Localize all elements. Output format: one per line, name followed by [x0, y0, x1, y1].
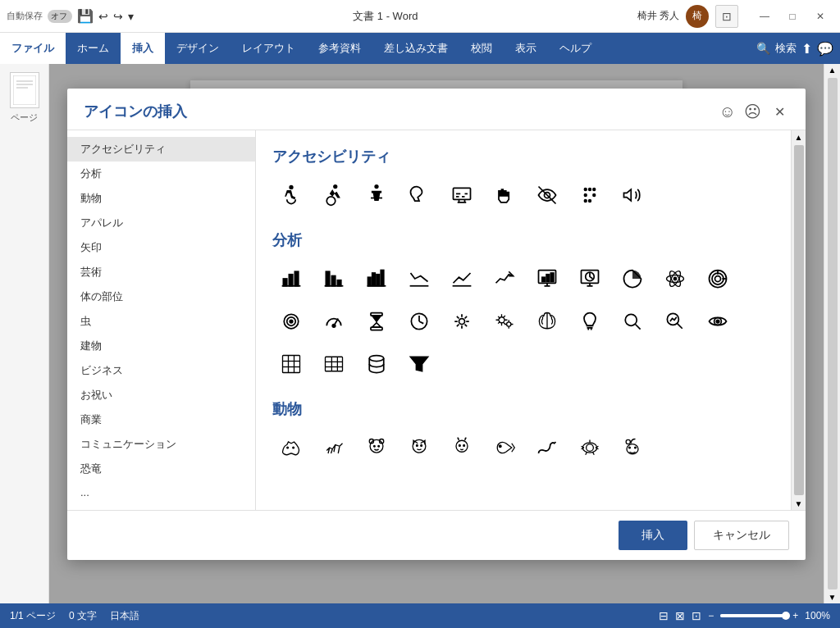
category-item-communication[interactable]: コミュニケーション [67, 432, 255, 457]
icon-gear[interactable] [443, 303, 481, 340]
auto-save-toggle[interactable]: オフ [48, 10, 72, 23]
icon-hourglass[interactable] [358, 303, 395, 340]
zoom-level[interactable]: 100% [805, 610, 830, 621]
category-item-more[interactable]: ... [67, 481, 255, 503]
tab-file[interactable]: ファイル [0, 33, 66, 64]
icon-snake[interactable] [528, 429, 566, 466]
icon-brain[interactable] [528, 303, 566, 340]
category-item-commerce[interactable]: 商業 [67, 407, 255, 432]
dialog-close-button[interactable]: ✕ [769, 102, 789, 121]
icon-line-chart-up[interactable] [443, 260, 481, 298]
icon-gears[interactable] [486, 303, 523, 340]
redo-icon[interactable]: ↪ [113, 10, 123, 23]
icon-database[interactable] [358, 345, 395, 383]
icon-wheelchair-active[interactable] [315, 176, 353, 214]
icon-bear[interactable] [358, 429, 395, 466]
scroll-thumb[interactable] [794, 145, 804, 495]
icon-presentation-chart[interactable] [528, 260, 566, 298]
tab-home[interactable]: ホーム [66, 33, 121, 64]
scroll-up-btn[interactable]: ▲ [792, 130, 806, 143]
main-scrollbar[interactable]: ▲ ▼ [824, 64, 840, 603]
main-scroll-thumb[interactable] [828, 78, 838, 589]
icon-lightbulb[interactable] [571, 303, 609, 340]
category-item-body[interactable]: 体の部位 [67, 284, 255, 309]
icon-grid-table[interactable] [315, 345, 353, 383]
tab-references[interactable]: 参考資料 [307, 33, 372, 64]
zoom-slider[interactable] [720, 614, 786, 617]
read-view-icon[interactable]: ⊠ [675, 609, 685, 622]
dialog-scrollbar[interactable]: ▲ ▼ [791, 130, 806, 510]
icon-line-chart-down[interactable] [400, 260, 438, 298]
icon-screen[interactable] [443, 176, 481, 214]
icon-bar-chart[interactable] [272, 260, 310, 298]
share-icon[interactable]: ⬆ [801, 41, 812, 57]
icon-cat[interactable] [400, 429, 438, 466]
comment-icon[interactable]: 💬 [817, 41, 833, 57]
undo-icon[interactable]: ↩ [98, 10, 108, 23]
icon-trend-chart[interactable] [486, 260, 523, 298]
category-item-celebration[interactable]: お祝い [67, 383, 255, 407]
tab-review[interactable]: 校閲 [459, 33, 504, 64]
icon-pie-chart[interactable] [614, 260, 651, 298]
icon-atom[interactable] [656, 260, 694, 298]
icon-braille[interactable] [571, 176, 609, 214]
category-item-business[interactable]: ビジネス [67, 358, 255, 383]
icon-target2[interactable] [272, 303, 310, 340]
icon-ear[interactable] [400, 176, 438, 214]
category-item-analytics[interactable]: 分析 [67, 162, 255, 186]
icon-bar-chart-mixed[interactable] [358, 260, 395, 298]
save-icon[interactable]: 💾 [77, 8, 94, 24]
zoom-minus[interactable]: − [708, 610, 714, 621]
category-item-bugs[interactable]: 虫 [67, 309, 255, 334]
cancel-button[interactable]: キャンセル [694, 521, 789, 550]
icon-wheelchair[interactable] [272, 176, 310, 214]
icon-dog[interactable] [272, 429, 310, 466]
quick-access-icon[interactable]: ▾ [128, 10, 134, 23]
minimize-button[interactable]: — [751, 5, 778, 28]
icon-eye-monitor[interactable] [699, 303, 737, 340]
category-item-accessibility[interactable]: アクセシビリティ [67, 137, 255, 162]
user-avatar[interactable]: 椅 [686, 5, 709, 28]
category-item-buildings[interactable]: 建物 [67, 334, 255, 358]
icon-clock[interactable] [400, 303, 438, 340]
layout-view-icon[interactable]: ⊟ [659, 609, 669, 622]
category-item-animals[interactable]: 動物 [67, 186, 255, 211]
icon-bar-chart-down[interactable] [315, 260, 353, 298]
icon-rabbit[interactable] [443, 429, 481, 466]
restore-button[interactable]: □ [779, 5, 806, 28]
smiley-happy-icon[interactable]: ☺ [719, 102, 736, 121]
icon-speedometer[interactable] [315, 303, 353, 340]
tab-design[interactable]: デザイン [165, 33, 231, 64]
smiley-sad-icon[interactable]: ☹ [744, 102, 761, 121]
tab-insert[interactable]: 挿入 [121, 33, 165, 64]
icon-fish[interactable] [486, 429, 523, 466]
icon-eye-disabled[interactable] [528, 176, 566, 214]
tab-mailings[interactable]: 差し込み文書 [372, 33, 459, 64]
scroll-down-btn[interactable]: ▼ [792, 497, 806, 510]
ribbon-toggle-btn[interactable]: ⊡ [715, 5, 738, 28]
zoom-plus[interactable]: + [792, 610, 798, 621]
icon-filter[interactable] [400, 345, 438, 383]
web-view-icon[interactable]: ⊡ [692, 609, 701, 622]
icon-search-graph[interactable] [656, 303, 694, 340]
tab-layout[interactable]: レイアウト [231, 33, 307, 64]
icon-target[interactable] [699, 260, 737, 298]
category-item-arrows[interactable]: 矢印 [67, 235, 255, 260]
main-scroll-up[interactable]: ▲ [827, 64, 838, 76]
category-item-dinosaurs[interactable]: 恐竜 [67, 457, 255, 481]
insert-button[interactable]: 挿入 [619, 521, 687, 550]
icon-hand-gesture[interactable] [486, 176, 523, 214]
tab-help[interactable]: ヘルプ [548, 33, 603, 64]
icon-accessible-person[interactable] [358, 176, 395, 214]
icon-turtle[interactable] [571, 429, 609, 466]
icon-search[interactable] [614, 303, 651, 340]
icon-sound-waves[interactable] [614, 176, 651, 214]
close-button[interactable]: ✕ [807, 5, 833, 28]
icon-dog-running[interactable] [315, 429, 353, 466]
icon-mouse[interactable] [614, 429, 651, 466]
main-scroll-down[interactable]: ▼ [827, 591, 838, 603]
icon-table-filter[interactable] [272, 345, 310, 383]
icon-presentation-analysis[interactable] [571, 260, 609, 298]
category-item-arts[interactable]: 芸術 [67, 260, 255, 284]
category-item-apparel[interactable]: アパレル [67, 211, 255, 235]
